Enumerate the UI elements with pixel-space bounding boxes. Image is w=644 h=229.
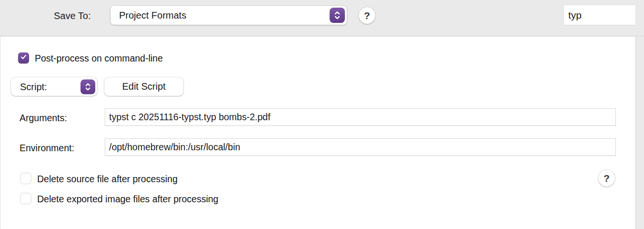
- edit-script-button[interactable]: Edit Script: [104, 77, 183, 96]
- script-popup-label: Script:: [20, 81, 47, 92]
- file-extension-input[interactable]: [564, 5, 636, 25]
- post-process-panel: Post-process on command-line Script: Edi…: [0, 37, 636, 229]
- delete-options-help-button[interactable]: ?: [598, 170, 615, 187]
- export-settings-header: Save To: Project Formats ?: [0, 0, 644, 36]
- environment-label: Environment:: [20, 142, 74, 154]
- postprocess-checkbox-label[interactable]: Post-process on command-line: [35, 52, 163, 64]
- question-mark-icon: ?: [364, 10, 370, 21]
- arguments-label: Arguments:: [20, 112, 67, 124]
- save-to-help-button[interactable]: ?: [359, 7, 375, 24]
- delete-source-checkbox-label[interactable]: Delete source file after processing: [37, 173, 178, 185]
- delete-source-checkbox[interactable]: [20, 173, 31, 184]
- environment-input[interactable]: [105, 138, 616, 156]
- popup-stepper-icon: [80, 79, 95, 94]
- save-to-format-popup-value: Project Formats: [119, 10, 186, 21]
- save-to-format-popup[interactable]: Project Formats: [111, 6, 347, 25]
- postprocess-checkbox[interactable]: [18, 52, 29, 63]
- edit-script-button-label: Edit Script: [122, 81, 165, 92]
- delete-exported-checkbox[interactable]: [20, 193, 31, 204]
- checkmark-icon: [20, 53, 27, 62]
- question-mark-icon: ?: [604, 173, 610, 184]
- popup-stepper-icon: [330, 8, 345, 23]
- script-popup[interactable]: Script:: [11, 77, 97, 96]
- arguments-input[interactable]: [105, 108, 616, 126]
- delete-exported-checkbox-label[interactable]: Delete exported image files after proces…: [37, 193, 218, 205]
- save-to-label: Save To:: [54, 10, 91, 22]
